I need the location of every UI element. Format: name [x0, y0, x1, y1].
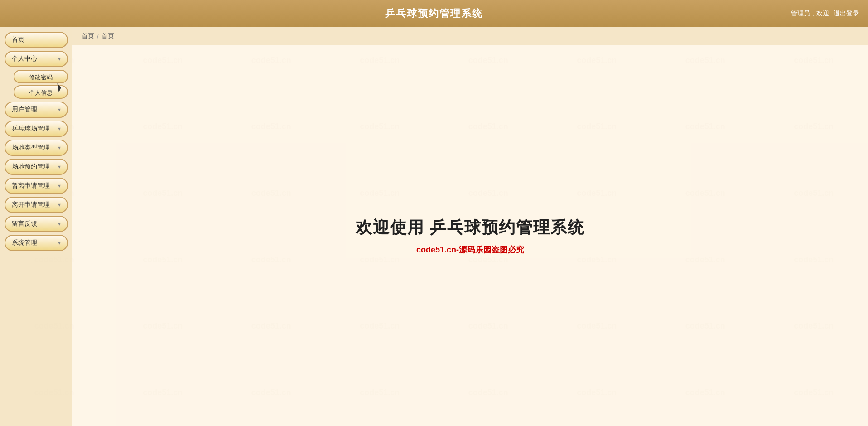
welcome-title: 欢迎使用 乒乓球预约管理系统	[356, 217, 585, 239]
sidebar-item-home[interactable]: 首页	[5, 32, 68, 48]
sidebar-item-venue-booking[interactable]: 场地预约管理 ▾	[5, 159, 68, 175]
breadcrumb-current: 首页	[101, 32, 114, 40]
sidebar-item-personal[interactable]: 个人中心 ▾	[5, 51, 68, 67]
sidebar-home-label: 首页	[12, 36, 24, 44]
breadcrumb: 首页 / 首页	[72, 27, 868, 45]
sidebar-feedback-label: 留言反馈	[12, 220, 37, 228]
sidebar-item-user-mgmt[interactable]: 用户管理 ▾	[5, 102, 68, 118]
personal-info-button[interactable]: 个人信息	[14, 85, 68, 99]
sidebar-item-sys-mgmt[interactable]: 系统管理 ▾	[5, 235, 68, 251]
sidebar: 首页 个人中心 ▾ 修改密码 个人信息 用户管理 ▾ 乒乓球场管理 ▾ 场地类型…	[0, 27, 72, 426]
chevron-right-icon-3: ▾	[58, 145, 61, 151]
chevron-right-icon: ▾	[58, 106, 61, 113]
sidebar-personal-label: 个人中心	[12, 55, 37, 63]
sidebar-item-feedback[interactable]: 留言反馈 ▾	[5, 216, 68, 232]
header-title: 乒乓球预约管理系统	[385, 7, 483, 20]
sidebar-item-temp-leave[interactable]: 暂离申请管理 ▾	[5, 178, 68, 194]
logout-link[interactable]: 退出登录	[834, 10, 859, 18]
chevron-right-icon-2: ▾	[58, 126, 61, 132]
layout: 首页 个人中心 ▾ 修改密码 个人信息 用户管理 ▾ 乒乓球场管理 ▾ 场地类型…	[0, 27, 868, 426]
chevron-right-icon-8: ▾	[58, 240, 61, 246]
welcome-text: 管理员，欢迎	[791, 10, 829, 18]
chevron-right-icon-6: ▾	[58, 202, 61, 208]
change-password-button[interactable]: 修改密码	[14, 70, 68, 83]
sidebar-item-leave-mgmt[interactable]: 离开申请管理 ▾	[5, 197, 68, 213]
content-area: 欢迎使用 乒乓球预约管理系统 code51.cn-源码乐园盗图必究	[72, 45, 868, 426]
sidebar-sys-mgmt-label: 系统管理	[12, 239, 37, 247]
welcome-subtitle: code51.cn-源码乐园盗图必究	[416, 244, 524, 255]
sidebar-venue-type-label: 场地类型管理	[12, 144, 50, 152]
sidebar-venue-booking-label: 场地预约管理	[12, 163, 50, 171]
sidebar-item-venue-mgmt[interactable]: 乒乓球场管理 ▾	[5, 121, 68, 137]
header-actions: 管理员，欢迎 退出登录	[791, 10, 859, 18]
chevron-right-icon-4: ▾	[58, 164, 61, 170]
sidebar-item-venue-type[interactable]: 场地类型管理 ▾	[5, 140, 68, 156]
chevron-right-icon-5: ▾	[58, 183, 61, 189]
sidebar-temp-leave-label: 暂离申请管理	[12, 182, 50, 190]
breadcrumb-separator: /	[97, 33, 99, 40]
personal-submenu: 修改密码 个人信息	[5, 70, 68, 99]
sidebar-leave-mgmt-label: 离开申请管理	[12, 201, 50, 209]
header: 乒乓球预约管理系统 管理员，欢迎 退出登录	[0, 0, 868, 27]
sidebar-user-mgmt-label: 用户管理	[12, 106, 37, 114]
chevron-right-icon-7: ▾	[58, 221, 61, 227]
chevron-down-icon: ▾	[58, 56, 61, 62]
sidebar-venue-mgmt-label: 乒乓球场管理	[12, 125, 50, 133]
breadcrumb-home[interactable]: 首页	[82, 32, 94, 40]
main-content: 首页 / 首页 欢迎使用 乒乓球预约管理系统 code51.cn-源码乐园盗图必…	[72, 27, 868, 426]
